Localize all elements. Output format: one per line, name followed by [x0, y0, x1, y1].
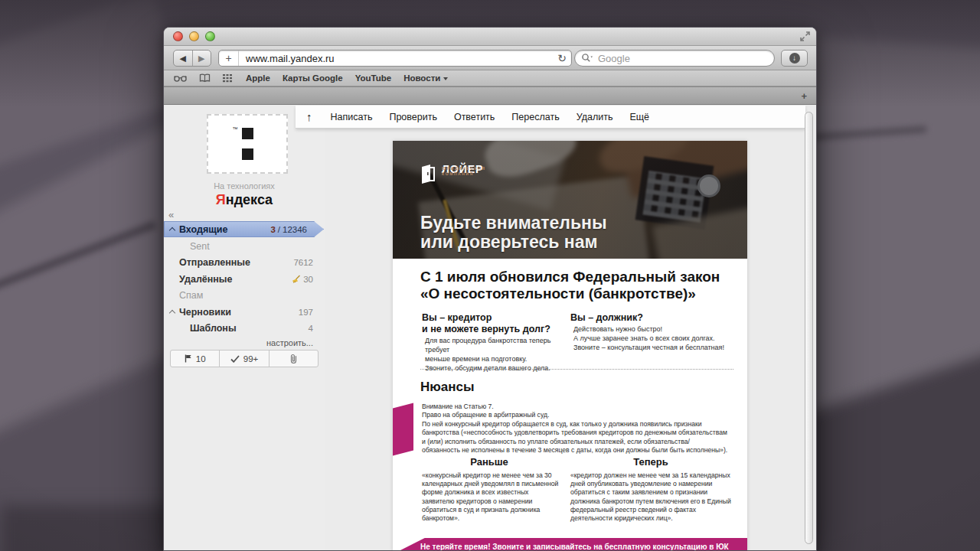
chevron-down-icon: [443, 77, 448, 80]
browser-window: ◀ ▶ + www.mail.yandex.ru ↻ Google ↓: [163, 27, 817, 551]
screen: ◀ ▶ + www.mail.yandex.ru ↻ Google ↓: [0, 0, 980, 551]
reply-button[interactable]: Ответить: [454, 112, 495, 122]
tab-bar: +: [164, 86, 816, 105]
reading-list-icon[interactable]: [174, 74, 187, 83]
search-placeholder: Google: [598, 53, 630, 64]
back-forward-buttons[interactable]: ◀ ▶: [173, 50, 211, 67]
powered-by-label: На технологиях: [164, 181, 325, 191]
email-headline: С 1 июля обновился Федеральный закон «О …: [420, 269, 734, 302]
forward-mail-button[interactable]: Переслать: [511, 112, 559, 122]
reload-icon[interactable]: ↻: [553, 52, 571, 64]
sidebar-item-trash[interactable]: Удалённые 30: [164, 271, 325, 287]
new-tab-button[interactable]: +: [801, 90, 807, 102]
after-text: «кредитор должен не менее чем за 15 кале…: [570, 471, 733, 523]
downloads-button[interactable]: ↓: [781, 50, 808, 67]
check-mail-button[interactable]: Проверить: [389, 112, 437, 122]
sidebar-item-spam[interactable]: Спам: [164, 287, 325, 303]
creditor-text: Для вас процедура банкротства теперь тре…: [425, 336, 574, 373]
download-icon: ↓: [789, 53, 800, 64]
search-icon: [581, 53, 593, 64]
sidebar-item-sent[interactable]: Отправленные 7612: [164, 254, 325, 270]
browser-navbar: ◀ ▶ + www.mail.yandex.ru ↻ Google ↓: [164, 46, 816, 70]
address-bar[interactable]: + www.mail.yandex.ru ↻: [218, 50, 572, 67]
loyer-logo: ЛОЙЕР ЮРИДИЧЕСКАЯ КОМПАНИЯ: [420, 164, 442, 184]
nuances-text: Внимание на Статью 7. Право на обращение…: [422, 403, 728, 455]
flag-icon: [185, 354, 192, 363]
resize-icon[interactable]: [799, 31, 811, 42]
trademark-label: ™: [233, 126, 238, 132]
forward-button[interactable]: ▶: [193, 51, 211, 66]
sidebar-item-inbox[interactable]: Входящие 3 / 12346: [164, 221, 324, 237]
email-body: ЛОЙЕР ЮРИДИЧЕСКАЯ КОМПАНИЯ Будьте внимат…: [393, 141, 747, 550]
folders-settings-link[interactable]: настроить...: [266, 338, 313, 347]
sidebar-item-sent-en[interactable]: Sent: [164, 238, 325, 254]
bookmark-item-maps[interactable]: Карты Google: [283, 73, 343, 83]
trash-count: 30: [291, 275, 313, 284]
search-input[interactable]: Google: [574, 50, 775, 67]
window-titlebar[interactable]: [164, 28, 816, 46]
nuances-heading: Нюансы: [420, 380, 475, 395]
sidebar-collapse-button[interactable]: «: [168, 209, 174, 220]
more-button[interactable]: Ещё: [629, 112, 649, 122]
creditor-heading: Вы – кредитор и не можете вернуть долг?: [422, 312, 575, 334]
magenta-ribbon: [393, 403, 413, 455]
page-scrollbar[interactable]: [805, 112, 813, 544]
dotted-divider: [420, 369, 733, 370]
broom-icon[interactable]: [291, 275, 301, 284]
bookmark-item-news[interactable]: Новости: [403, 73, 448, 83]
up-arrow-icon[interactable]: ↑: [306, 110, 312, 123]
url-text[interactable]: www.mail.yandex.ru: [239, 53, 553, 64]
flagged-filter-button[interactable]: 10: [171, 350, 220, 367]
zoom-button[interactable]: [205, 31, 215, 41]
page-content: ™ На технологиях Яндекса « Входящие 3 / …: [164, 105, 816, 550]
debtor-heading: Вы – должник?: [570, 312, 731, 324]
hero-title: Будьте внимательны или доверьтесь нам: [420, 214, 607, 252]
top-sites-grid-icon[interactable]: [223, 74, 234, 83]
collapse-chevron-icon[interactable]: [169, 227, 175, 233]
email-footer-banner: Не теряйте время! Звоните и записывайтес…: [393, 538, 747, 550]
inbox-count: 3 / 12346: [270, 225, 307, 234]
add-bookmark-icon[interactable]: +: [219, 51, 239, 66]
bookmark-item-apple[interactable]: Apple: [246, 73, 270, 83]
after-heading: Теперь: [570, 456, 731, 468]
minimize-button[interactable]: [189, 31, 199, 41]
sidebar-item-drafts[interactable]: Черновики 197: [164, 304, 325, 320]
unread-filter-button[interactable]: 99+: [220, 350, 269, 367]
bookmarks-book-icon[interactable]: [199, 73, 211, 83]
debtor-text: Действовать нужно быстро! А лучше заране…: [573, 324, 734, 352]
check-icon: [230, 355, 240, 363]
before-text: «конкурсный кредитор не менее чем за 30 …: [422, 471, 560, 523]
stamp-logo: ™: [207, 114, 288, 174]
bookmarks-bar: Apple Карты Google YouTube Новости: [164, 70, 816, 86]
yandex-logo: Яндекса: [164, 192, 325, 208]
collapse-chevron-icon[interactable]: [169, 310, 175, 316]
mail-toolbar: ↑ Написать Проверить Ответить Переслать …: [296, 106, 805, 129]
attachments-filter-button[interactable]: [270, 350, 318, 367]
quick-filters: 10 99+: [170, 350, 318, 367]
close-button[interactable]: [173, 31, 183, 41]
email-hero-image: ЛОЙЕР ЮРИДИЧЕСКАЯ КОМПАНИЯ Будьте внимат…: [393, 141, 747, 259]
delete-button[interactable]: Удалить: [577, 112, 613, 122]
bookmark-item-youtube[interactable]: YouTube: [355, 73, 391, 83]
paperclip-icon: [289, 354, 298, 364]
before-heading: Раньше: [420, 456, 558, 468]
back-button[interactable]: ◀: [174, 51, 193, 66]
sidebar-item-templates[interactable]: Шаблоны 4: [164, 320, 325, 336]
footer-call-to-action: Не теряйте время! Звоните и записывайтес…: [420, 543, 747, 550]
loyer-logo-subtitle: ЮРИДИЧЕСКАЯ КОМПАНИЯ: [442, 166, 486, 176]
loyer-door-icon: [420, 164, 436, 184]
compose-button[interactable]: Написать: [331, 112, 373, 122]
mail-sidebar: ™ На технологиях Яндекса « Входящие 3 / …: [164, 105, 325, 550]
